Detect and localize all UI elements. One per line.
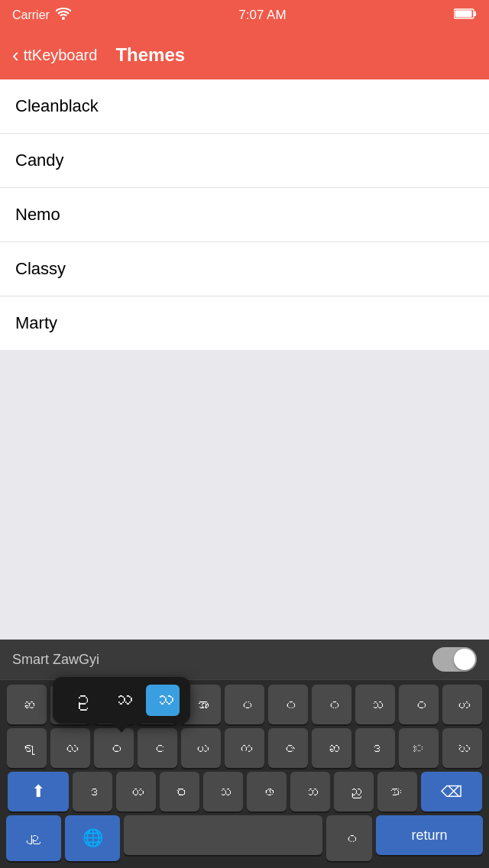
globe-icon: 🌐 [83,828,103,848]
theme-list: Cleanblack Candy Nemo Classy Marty [0,79,489,350]
bottom-row: ဉျ 🌐 ဂ return [3,815,486,861]
wifi-icon [56,8,71,23]
key-ka[interactable]: က [225,728,264,768]
keyboard-area: Smart ZawGyi ဆ တာ န မ အာ ပ ဂ ဂ သ ဝ ဟ ရ [0,640,489,868]
special-key[interactable]: ဉျ [6,815,61,861]
char-key[interactable]: ဂ [326,815,372,861]
key-ha[interactable]: ဟ [442,685,482,724]
zawgyi-bar: Smart ZawGyi [0,640,489,680]
key-rows: ဆ တာ န မ အာ ပ ဂ ဂ သ ဝ ဟ ရ ဥ သ သ [0,680,489,868]
key-hsa[interactable]: ဆ [312,728,351,768]
status-time: 7:07 AM [238,8,286,23]
key-u[interactable]: ပ [225,685,264,724]
status-bar: Carrier 7:07 AM [0,0,489,31]
key-da2[interactable]: ဒ [73,772,112,811]
zawgyi-toggle[interactable] [432,647,477,672]
svg-rect-1 [474,11,476,16]
popup-char-1[interactable]: ဥ [63,685,97,716]
popup-char-3[interactable]: သ [146,685,180,716]
battery-icon [454,8,477,23]
return-key[interactable]: return [376,815,483,855]
key-c[interactable]: ဂ [312,685,351,724]
key-nga2[interactable]: ငာ [160,772,199,811]
return-label: return [411,828,447,844]
key-tha2[interactable]: ထ [116,772,156,811]
key-3[interactable]: ဃ [442,728,482,768]
list-item[interactable]: Nemo [0,188,489,242]
zawgyi-label: Smart ZawGyi [12,652,432,668]
key-row-3: ⬆ ဒ ထ ငာ သ ဖ ဘ ည ာ ⌫ [3,772,486,811]
key-la[interactable]: လ [50,728,90,768]
key-tha[interactable]: သ [355,685,395,724]
key-tha3[interactable]: သ [203,772,243,811]
delete-icon: ⌫ [441,782,462,801]
status-left: Carrier [12,8,71,23]
key-bha[interactable]: ဘ [290,772,330,811]
key-da[interactable]: ဒ [355,728,395,768]
key-pha[interactable]: ဖ [247,772,287,811]
popup-char-2[interactable]: သ [105,685,138,716]
key-ra[interactable]: ရ ဥ သ သ [7,728,47,768]
list-item[interactable]: Classy [0,242,489,296]
delete-key[interactable]: ⌫ [421,772,482,811]
key-ga[interactable]: ဂ [268,685,308,724]
list-item[interactable]: Candy [0,134,489,188]
special-label: ဉျ [27,831,40,847]
page-title: Themes [115,44,185,66]
key-popup: ဥ သ သ [53,677,190,724]
status-right [454,8,477,23]
space-key[interactable] [124,815,322,855]
back-button[interactable]: ‹ ttKeyboard [12,45,97,65]
popup-tail [112,722,131,733]
list-item[interactable]: Marty [0,296,489,350]
key-row-2: ရ ဥ သ သ လ ဝ င ယ က ဇ ဆ ဒ း ဃ [3,728,486,768]
key-wa[interactable]: ဝ [399,685,439,724]
carrier-label: Carrier [12,8,50,22]
key-wa2[interactable]: ဝ [94,728,134,768]
key-za[interactable]: ဇ [268,728,308,768]
toggle-knob [454,649,475,670]
back-chevron-icon: ‹ [12,45,19,65]
globe-key[interactable]: 🌐 [65,815,120,861]
svg-rect-2 [455,11,471,18]
back-label: ttKeyboard [24,47,98,64]
key-aw[interactable]: ဆ [7,685,47,724]
list-item[interactable]: Cleanblack [0,79,489,134]
shift-icon: ⬆ [31,782,45,802]
nav-bar: ‹ ttKeyboard Themes [0,31,489,79]
key-ya[interactable]: ယ [181,728,221,768]
key-tha4[interactable]: ာ [377,772,417,811]
key-colon[interactable]: း [399,728,439,768]
key-nya[interactable]: ည [334,772,374,811]
key-nga[interactable]: င [138,728,177,768]
shift-key[interactable]: ⬆ [8,772,69,811]
